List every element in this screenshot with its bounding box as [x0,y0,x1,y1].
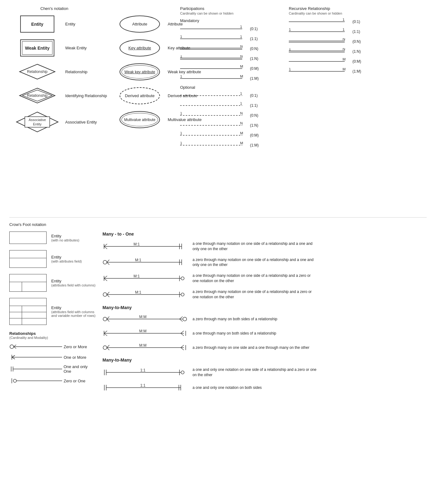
rec-svg-0M: M [289,58,351,65]
cf-entity-cols [9,274,47,292]
svg-line-107 [107,317,109,319]
many-to-one-title: Many - to - One [102,232,427,236]
rel-legend-section: Relationships (Cardinality and Modality) [9,331,96,384]
svg-line-134 [181,348,184,350]
svg-text:1: 1 [240,25,242,29]
svg-line-93 [104,278,107,281]
svg-text:M:1: M:1 [134,242,140,246]
svg-point-126 [103,346,107,349]
weak-entity-shape: Weak Entity [12,39,62,56]
part-line-1M: 1 M [180,75,248,82]
svg-line-129 [107,348,109,350]
svg-line-124 [181,333,184,336]
svg-text:1: 1 [180,112,182,115]
cf-entity-rows-row: Entity (attributes field with columns an… [9,298,96,325]
opt-svg-0M: 1 M [180,132,248,139]
recursive-section: Recursive Relationship Cardinality can b… [289,6,361,78]
svg-point-115 [183,317,187,321]
svg-line-83 [107,260,109,262]
svg-line-112 [179,317,183,319]
key-attribute-ellipse: Key attribute [120,39,160,56]
weak-key-attribute-shape: Weak key attribute [115,63,165,80]
associative-row: Associative Entity Associative Entity [12,111,115,133]
svg-text:Associative: Associative [29,118,46,122]
opt-svg-01: 1 [180,92,248,99]
svg-line-101 [107,295,109,297]
rel-zero-one-label: Zero or One [64,379,85,383]
rel-legend-title: Relationships [9,331,96,336]
crows-layout: Entity (with no attributes) Entity (with… [9,232,427,398]
rec-svg-1M: 1 M [289,68,351,75]
opt-svg-1M: 1 M [180,142,248,149]
m1-row-3: M:1 a one through many notation on one s… [102,273,427,284]
svg-text:1: 1 [180,132,182,135]
part-row-1N: 1 N (1:N) [180,55,259,62]
mm-svg-1: M:M [102,315,189,323]
svg-point-106 [103,317,107,321]
mm-row-1: M:M a zero through many on both sides of… [102,315,427,323]
rel-zero-more-label: Zero or More [64,344,87,349]
svg-text:1: 1 [289,28,291,32]
svg-point-72 [13,379,16,382]
opt-row-0N: 1 N (0:N) [180,112,259,119]
participation-title: Participations [180,6,259,11]
weak-entity-rect: Weak Entity [20,39,54,56]
cf-entity-attr [9,250,47,268]
part-svg-1M: 1 M [180,75,248,82]
svg-line-122 [181,331,184,333]
relationship-shape: Relationship [12,63,62,80]
svg-line-77 [104,246,107,249]
svg-text:N: N [240,122,243,125]
part-line-1N: 1 N [180,55,248,62]
weak-entity-label: Weak Entity [65,46,115,50]
svg-line-114 [179,319,183,322]
mm-row-3: M:M a zero through many on one side and … [102,343,427,352]
part-line-01: 1 [180,25,248,32]
opt-row-0M: 1 M (0:M) [180,132,259,139]
crows-left-col: Entity (with no attributes) Entity (with… [9,232,96,398]
m1-svg-3: M:1 [102,274,189,283]
part-label-1N: (1:N) [250,56,258,61]
chen-title: Chen's notation [40,6,68,11]
rel-one-more-svg [9,354,62,361]
svg-line-119 [104,333,107,336]
svg-text:1: 1 [240,35,242,39]
opt-row-1M: 1 M (1:M) [180,142,259,149]
optional-title: Optional [180,85,259,90]
cf-entity-attr-label: Entity (with attributes field) [51,255,82,263]
m1-row-2: M:1 a zero through many notation on one … [102,257,427,268]
rec-svg-11: 1 1 [289,28,351,35]
many-to-many-title: Many-to-Many [102,305,427,310]
rel-one-more-label: One or More [64,355,86,360]
svg-text:1: 1 [240,102,242,106]
svg-line-132 [181,345,184,348]
svg-line-127 [107,345,109,348]
relationship-row: Relationship Relationship [12,63,115,80]
rel-zero-more-row: Zero or More [9,343,96,350]
mm-row-2: M:M a one through many on both sides of … [102,329,427,338]
part-svg-01: 1 [180,25,248,32]
svg-text:M:1: M:1 [134,274,140,278]
opt-row-11: 1 (1:1) [180,102,259,109]
cf-entity-rows-label: Entity (attributes field with columns an… [51,305,96,317]
m1-row-4: M:1 a zero through many notation on one … [102,289,427,300]
svg-text:1: 1 [289,48,291,51]
11-desc-1: a one and only one notation on one side … [193,367,317,378]
svg-text:M: M [240,75,243,79]
weak-key-ellipse: Weak key attribute [120,63,160,80]
svg-text:1: 1 [180,142,182,145]
rel-one-only-label: One and only One [64,364,96,374]
part-label-1M: (1:M) [250,76,259,81]
svg-line-91 [104,276,107,278]
svg-line-61 [14,347,16,349]
m1-desc-2: a zero through many notation on one side… [193,257,317,268]
svg-text:M:M: M:M [139,315,146,319]
svg-text:Relationship: Relationship [27,70,48,74]
identifying-label: Identifying Relationship [65,93,115,98]
derived-attribute-shape: Derived attribute [115,87,165,104]
part-row-0M: M (0:M) [180,65,259,72]
chen-shapes-col: Entity Entity Weak Entity Weak Entity [12,16,115,133]
svg-text:N: N [240,55,243,58]
svg-text:1: 1 [289,68,291,71]
cf-entity-cols-label: Entity (attributes field with columns) [51,279,95,287]
